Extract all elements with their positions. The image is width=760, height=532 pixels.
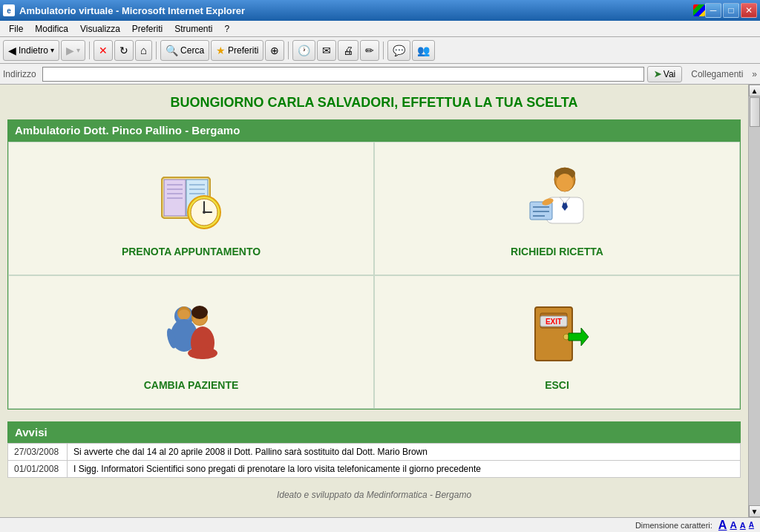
cambia-icon <box>154 296 229 370</box>
scrollbar-thumb[interactable] <box>750 97 760 127</box>
avvisi-text-2: I Sigg. Informatori Scientifici sono pre… <box>68 461 741 478</box>
statusbar: Dimensione caratteri: A A A A <box>0 517 760 532</box>
addressbar: Indirizzo ➤ Vai Collegamenti » <box>0 64 760 85</box>
back-arrow-icon: ◀ <box>8 45 16 56</box>
cambia-paziente-cell[interactable]: CAMBIA PAZIENTE <box>8 275 374 409</box>
esci-label: ESCI <box>545 379 569 391</box>
prenota-label: PRENOTA APPUNTAMENTO <box>122 246 261 257</box>
history-button[interactable]: 🕐 <box>292 40 315 61</box>
edit-icon: ✏ <box>365 45 374 56</box>
svg-point-30 <box>178 309 190 320</box>
forward-dropdown-icon[interactable]: ▾ <box>76 46 80 54</box>
cambia-label: CAMBIA PAZIENTE <box>144 379 239 391</box>
avvisi-table: 27/03/2008 Si avverte che dal 14 al 20 a… <box>7 443 741 478</box>
minimize-button[interactable]: ─ <box>705 3 721 18</box>
avvisi-header: Avvisi <box>7 421 741 443</box>
back-label: Indietro <box>19 45 48 56</box>
search-button[interactable]: 🔍 Cerca <box>160 40 209 61</box>
page-content: BUONGIORNO CARLA SALVADORI, EFFETTUA LA … <box>0 85 748 517</box>
svg-point-15 <box>203 211 206 214</box>
menu-modifica[interactable]: Modifica <box>29 22 74 36</box>
clinic-header: Ambulatorio Dott. Pinco Pallino - Bergam… <box>7 119 741 141</box>
maximize-button[interactable]: □ <box>723 3 739 18</box>
print-icon: 🖨 <box>343 45 353 56</box>
actions-grid: PRENOTA APPUNTAMENTO <box>7 141 741 410</box>
star-icon: ★ <box>216 45 226 56</box>
greeting-text: BUONGIORNO CARLA SALVADORI, EFFETTUA LA … <box>7 92 741 111</box>
avvisi-date-1: 27/03/2008 <box>8 444 68 461</box>
discuss-icon: 💬 <box>393 45 405 56</box>
svg-point-39 <box>188 347 217 359</box>
home-icon: ⌂ <box>140 44 147 56</box>
print-button[interactable]: 🖨 <box>338 40 358 61</box>
edit-button[interactable]: ✏ <box>360 40 379 61</box>
avvisi-row-1: 27/03/2008 Si avverte che dal 14 al 20 a… <box>8 444 741 461</box>
menu-file[interactable]: File <box>3 22 29 36</box>
stop-icon: ✕ <box>99 45 108 56</box>
windows-flag-icon <box>693 4 705 16</box>
esci-cell[interactable]: EXIT ESCI <box>374 275 740 409</box>
address-input[interactable] <box>42 67 644 82</box>
close-button[interactable]: ✕ <box>741 3 757 18</box>
font-large-button[interactable]: A <box>718 519 727 532</box>
media-button[interactable]: ⊕ <box>265 40 284 61</box>
home-button[interactable]: ⌂ <box>135 40 152 61</box>
esci-icon: EXIT <box>520 296 594 370</box>
ricetta-icon <box>520 162 594 237</box>
avvisi-row-2: 01/01/2008 I Sigg. Informatori Scientifi… <box>8 461 741 478</box>
forward-button[interactable]: ▶ ▾ <box>61 40 85 61</box>
prenota-appuntamento-cell[interactable]: PRENOTA APPUNTAMENTO <box>8 142 374 275</box>
media-icon: ⊕ <box>270 45 279 56</box>
avvisi-text-1: Si avverte che dal 14 al 20 aprile 2008 … <box>68 444 741 461</box>
search-icon: 🔍 <box>166 45 178 56</box>
avvisi-date-2: 01/01/2008 <box>8 461 68 478</box>
scrollbar-up-arrow[interactable]: ▲ <box>749 85 761 96</box>
scrollbar: ▲ ▼ <box>748 85 760 517</box>
go-button[interactable]: ➤ Vai <box>647 66 682 82</box>
menubar: File Modifica Visualizza Preferiti Strum… <box>0 21 760 37</box>
favorites-label: Preferiti <box>228 45 258 56</box>
mail-icon: ✉ <box>322 45 331 56</box>
toolbar-separator-1 <box>89 42 90 59</box>
messenger-icon: 👥 <box>417 45 430 56</box>
menu-preferiti[interactable]: Preferiti <box>126 22 168 36</box>
menu-help[interactable]: ? <box>219 22 236 36</box>
toolbar: ◀ Indietro ▾ ▶ ▾ ✕ ↻ ⌂ 🔍 Cerca ★ Preferi… <box>0 37 760 64</box>
svg-text:EXIT: EXIT <box>545 318 561 326</box>
scrollbar-down-arrow[interactable]: ▼ <box>749 505 761 517</box>
svg-point-36 <box>191 306 208 319</box>
menu-visualizza[interactable]: Visualizza <box>74 22 126 36</box>
toolbar-separator-4 <box>383 42 384 59</box>
go-arrow-icon: ➤ <box>654 69 661 79</box>
search-label: Cerca <box>180 45 204 56</box>
history-icon: 🕐 <box>298 45 310 56</box>
menu-strumenti[interactable]: Strumenti <box>168 22 218 36</box>
go-label: Vai <box>664 69 675 79</box>
statusbar-right: Dimensione caratteri: A A A A <box>635 519 754 532</box>
refresh-button[interactable]: ↻ <box>114 40 134 61</box>
links-expand-icon[interactable]: » <box>752 69 757 79</box>
back-dropdown-icon[interactable]: ▾ <box>50 46 54 54</box>
scrollbar-track[interactable] <box>749 96 760 505</box>
toolbar-separator-3 <box>288 42 289 59</box>
refresh-icon: ↻ <box>119 45 128 56</box>
favorites-button[interactable]: ★ Preferiti <box>211 40 263 61</box>
richiedi-ricetta-cell[interactable]: RICHIEDI RICETTA <box>374 142 740 275</box>
page-footer: Ideato e sviluppato da Medinformatica - … <box>7 478 741 506</box>
toolbar-separator-2 <box>156 42 157 59</box>
font-medium-button[interactable]: A <box>730 519 736 531</box>
back-button[interactable]: ◀ Indietro ▾ <box>3 40 59 61</box>
links-label: Collegamenti <box>685 68 749 81</box>
avvisi-section: Avvisi 27/03/2008 Si avverte che dal 14 … <box>7 421 741 478</box>
messenger-button[interactable]: 👥 <box>412 40 435 61</box>
font-xsmall-button[interactable]: A <box>749 521 754 529</box>
forward-arrow-icon: ▶ <box>66 45 74 56</box>
svg-point-18 <box>557 174 573 191</box>
prenota-icon <box>154 162 229 237</box>
discuss-button[interactable]: 💬 <box>387 40 410 61</box>
titlebar: e Ambulatorio virtuale - Microsoft Inter… <box>0 0 760 21</box>
font-small-button[interactable]: A <box>740 521 746 530</box>
mail-button[interactable]: ✉ <box>317 40 336 61</box>
font-size-label: Dimensione caratteri: <box>635 521 712 530</box>
stop-button[interactable]: ✕ <box>94 40 113 61</box>
